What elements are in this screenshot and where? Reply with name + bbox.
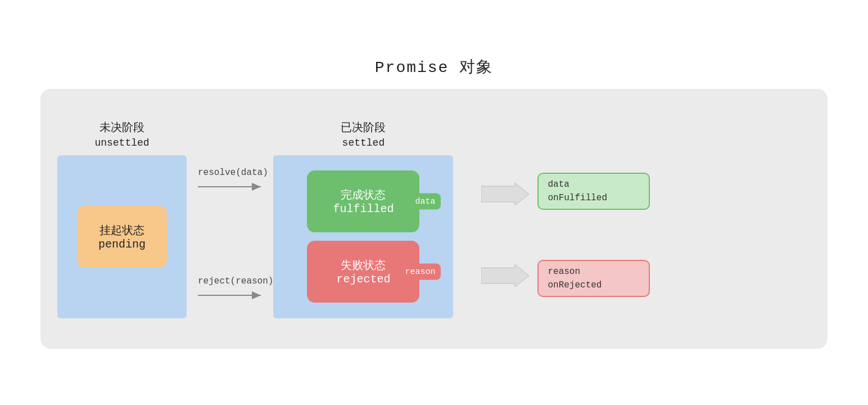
rejected-cn: 失败状态 (341, 258, 386, 273)
rejected-outcome-label1: reason (548, 267, 640, 277)
fulfilled-en: fulfilled (333, 202, 394, 215)
resolve-arrow-group: resolve(data) (198, 168, 273, 194)
settled-label-cn: 已决阶段 (341, 120, 386, 135)
pending-label-cn: 挂起状态 (100, 223, 144, 238)
outer-box: 未决阶段 unsettled 挂起状态 pending resolve(data… (40, 89, 828, 349)
main-title: Promise 对象 (375, 56, 493, 78)
resolve-reject-arrows: resolve(data) reject(reason) (198, 137, 273, 332)
svg-marker-6 (481, 264, 529, 287)
reject-arrow-group: reject(reason) (198, 276, 273, 302)
resolve-arrow-svg (198, 180, 265, 194)
rejected-outcome-label2: onRejected (548, 280, 640, 290)
resolve-label: resolve(data) (198, 168, 268, 178)
outcomes-section: data onFulfilled reason onRejected (537, 153, 650, 316)
rejected-en: rejected (336, 273, 390, 286)
settled-box: 完成状态 fulfilled data 失败状态 rejected reason (273, 155, 453, 318)
pending-box-wrapper: 挂起状态 pending (57, 155, 187, 318)
fulfilled-outcome-arrow (481, 183, 532, 205)
rejected-row: 失败状态 rejected reason (307, 241, 419, 303)
reject-arrow-svg (198, 289, 265, 302)
pending-label-en: pending (98, 238, 146, 251)
unsettled-label-en: unsettled (94, 137, 149, 148)
unsettled-section: 未决阶段 unsettled 挂起状态 pending (57, 120, 187, 318)
settled-label-en: settled (342, 137, 385, 148)
fulfilled-outcome-label1: data (548, 179, 640, 190)
rejected-outcome-box: reason onRejected (537, 260, 650, 297)
diagram-wrapper: Promise 对象 未决阶段 unsettled 挂起状态 pending r… (40, 56, 828, 349)
fulfilled-cn: 完成状态 (341, 187, 386, 202)
outcome-arrows (481, 153, 532, 316)
fulfilled-box: 完成状态 fulfilled (307, 170, 419, 232)
rejected-badge: reason (399, 264, 441, 280)
pending-box: 挂起状态 pending (77, 206, 167, 268)
rejected-outcome-arrow (481, 264, 532, 287)
fulfilled-row: 完成状态 fulfilled data (307, 170, 419, 232)
fulfilled-outcome-box: data onFulfilled (537, 173, 650, 210)
fulfilled-outcome-label2: onFulfilled (548, 193, 640, 203)
settled-section: 已决阶段 settled 完成状态 fulfilled data 失败状态 re… (273, 120, 453, 318)
reject-label: reject(reason) (198, 276, 273, 286)
unsettled-label-cn: 未决阶段 (100, 120, 144, 135)
fulfilled-badge: data (409, 194, 441, 210)
svg-marker-5 (481, 183, 529, 205)
